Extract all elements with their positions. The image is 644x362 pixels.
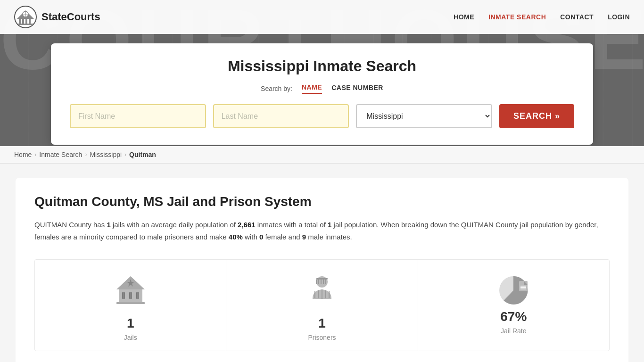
nav-login[interactable]: LOGIN [608,13,630,21]
breadcrumb: Home › Inmate Search › Mississippi › Qui… [0,146,644,164]
breadcrumb-mississippi[interactable]: Mississippi [90,151,122,158]
breadcrumb-inmate-search[interactable]: Inmate Search [39,151,82,158]
content-description: QUITMAN County has 1 jails with an avera… [34,219,610,243]
nav-home[interactable]: HOME [454,13,474,21]
stat-jails: 1 Jails [35,260,226,351]
breadcrumb-current: Quitman [129,151,156,158]
first-name-input[interactable] [70,104,206,128]
breadcrumb-sep-3: › [124,151,126,158]
navigation: StateCourts HOME INMATE SEARCH CONTACT L… [0,0,644,34]
stat-prisoners: 1 Prisoners [226,260,418,351]
breadcrumb-sep-1: › [34,151,36,158]
svg-rect-15 [136,292,139,299]
stats-row: 1 Jails [34,259,610,351]
nav-links: HOME INMATE SEARCH CONTACT LOGIN [454,13,630,21]
tab-name[interactable]: NAME [302,83,322,94]
tab-case-number[interactable]: CASE NUMBER [331,84,383,93]
search-fields: Mississippi Alabama Alaska Arizona Arkan… [70,104,574,128]
svg-rect-24 [316,278,328,280]
jails-icon [112,272,149,309]
svg-rect-13 [122,292,125,299]
last-name-input[interactable] [213,104,349,128]
jails-label: Jails [124,334,137,341]
jail-rate-number: 67% [500,309,527,324]
jails-number: 1 [127,316,134,331]
nav-contact[interactable]: CONTACT [560,13,594,21]
prisoners-number: 1 [318,316,326,331]
search-by-label: Search by: [261,85,292,92]
breadcrumb-home[interactable]: Home [14,151,32,158]
breadcrumb-sep-2: › [85,151,87,158]
state-select[interactable]: Mississippi Alabama Alaska Arizona Arkan… [356,104,492,128]
jail-rate-icon [495,272,532,309]
svg-rect-22 [116,302,145,304]
nav-inmate-search[interactable]: INMATE SEARCH [488,13,546,21]
logo-text: StateCourts [41,11,100,23]
prisoners-icon [303,272,341,309]
search-card: Mississippi Inmate Search Search by: NAM… [51,43,593,145]
logo-area: StateCourts [14,6,454,28]
jail-rate-label: Jail Rate [501,327,526,335]
main-content: Quitman County, MS Jail and Prison Syste… [0,164,644,362]
search-button[interactable]: SEARCH » [499,104,574,128]
search-card-wrapper: Mississippi Inmate Search Search by: NAM… [0,34,644,146]
svg-rect-14 [129,292,132,299]
content-card: Quitman County, MS Jail and Prison Syste… [16,178,628,362]
prisoners-label: Prisoners [308,334,336,341]
logo-icon [14,6,37,28]
stat-jail-rate: 67% Jail Rate [418,260,609,351]
search-by-row: Search by: NAME CASE NUMBER [70,83,574,94]
content-title: Quitman County, MS Jail and Prison Syste… [34,194,610,209]
header: COURTHOUSE StateCourts [0,0,644,146]
svg-rect-5 [18,24,33,25]
search-card-title: Mississippi Inmate Search [70,58,574,75]
